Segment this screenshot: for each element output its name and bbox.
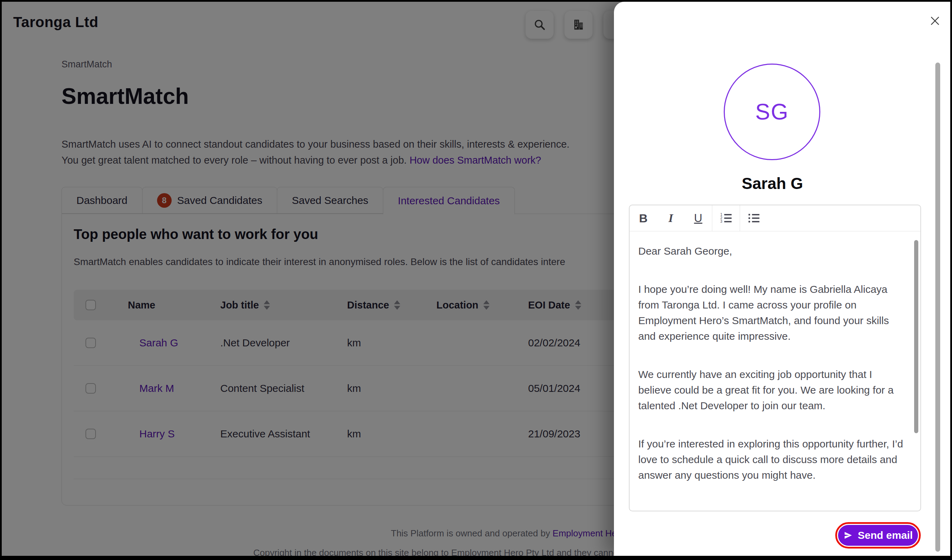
candidate-name: Sarah G — [703, 174, 842, 193]
close-button[interactable] — [927, 13, 943, 28]
avatar: SG — [724, 63, 820, 160]
editor-scrollbar[interactable] — [914, 240, 918, 433]
close-icon — [928, 14, 941, 28]
italic-button[interactable]: I — [657, 205, 685, 231]
bold-button[interactable]: B — [630, 205, 657, 231]
unordered-list-icon — [747, 211, 760, 225]
svg-text:3: 3 — [720, 219, 722, 224]
candidate-email-panel: SG Sarah G B I U 123 — [614, 2, 950, 556]
email-editor: B I U 123 Dea — [629, 205, 921, 511]
highlight-ring: Send email — [835, 522, 921, 549]
email-body-input[interactable]: Dear Sarah George, I hope you’re doing w… — [630, 231, 920, 511]
panel-scrollbar[interactable] — [935, 63, 940, 552]
app-window: Taronga Ltd SmartMatch SmartMatch Sma — [0, 0, 952, 560]
unordered-list-button[interactable] — [740, 205, 768, 231]
email-paragraph: We currently have an exciting job opport… — [638, 367, 906, 413]
editor-toolbar: B I U 123 — [630, 205, 920, 231]
avatar-initials: SG — [755, 99, 789, 125]
email-paragraph: I hope you’re doing well! My name is Gab… — [638, 281, 906, 344]
email-paragraph: Dear Sarah George, — [638, 243, 906, 259]
ordered-list-button[interactable]: 123 — [712, 205, 740, 231]
email-paragraph: If you’re interested in exploring this o… — [638, 436, 906, 483]
underline-button[interactable]: U — [685, 205, 712, 231]
ordered-list-icon: 123 — [720, 211, 733, 225]
send-email-label: Send email — [858, 529, 913, 541]
send-plane-icon — [843, 531, 853, 540]
send-email-button[interactable]: Send email — [838, 525, 918, 546]
